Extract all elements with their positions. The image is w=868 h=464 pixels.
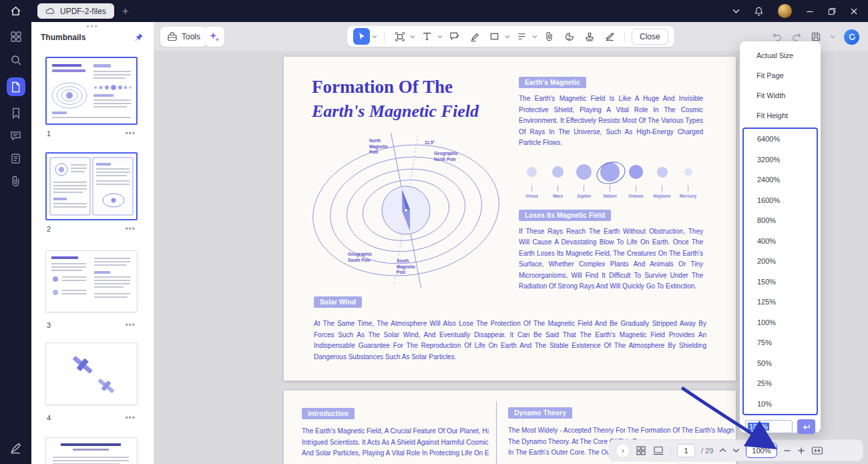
thumbnail-1-more-button[interactable]: ••• (125, 129, 138, 138)
zoom-level-100[interactable]: 100% (744, 312, 817, 333)
undo-icon[interactable] (772, 31, 783, 42)
new-tab-button[interactable]: + (122, 5, 129, 17)
next-page-chevron-down-icon[interactable] (732, 448, 740, 453)
shape-tool-button[interactable] (486, 28, 503, 45)
planets-row: Venus Mars Jupiter Saturn Uranus Neptune… (519, 160, 703, 198)
minimize-button[interactable] (806, 7, 814, 15)
planet-circle (629, 165, 643, 179)
planet-label: Venus (525, 194, 538, 198)
close-toolbar-button[interactable]: Close (632, 29, 668, 45)
zoom-level-75[interactable]: 75% (744, 332, 817, 353)
pin-panel-icon[interactable] (134, 33, 144, 42)
zoom-option-fit-page[interactable]: Fit Page (740, 65, 821, 85)
slideshow-icon[interactable] (652, 446, 664, 455)
comments-icon[interactable] (10, 130, 21, 142)
label-north-magnetic-pole: North Magnetic Pole (369, 138, 397, 156)
stamp-tool-button[interactable] (581, 28, 598, 45)
collapse-statusbar-button[interactable]: › (616, 444, 630, 457)
select-tool-button[interactable] (353, 28, 370, 45)
thumbnail-preview-5 (46, 438, 136, 464)
zoom-level-150[interactable]: 150% (744, 272, 817, 292)
comment-tool-button[interactable] (446, 28, 463, 45)
sticker-tool-button[interactable] (561, 28, 578, 45)
frame-tool-chevron-icon[interactable] (410, 35, 415, 39)
thumbnail-2-number: 2 (45, 225, 51, 233)
thumbnail-4-more-button[interactable]: ••• (125, 413, 138, 423)
thumbnails-panel-icon[interactable] (7, 77, 25, 96)
cloud-icon (45, 7, 55, 15)
zoom-apply-button[interactable] (797, 419, 815, 434)
document-tab[interactable]: UPDF-2-files (37, 3, 114, 19)
planet-label: Mercury (680, 194, 696, 198)
bookmarks-icon[interactable] (11, 107, 21, 119)
zoom-level-25[interactable]: 25% (744, 373, 817, 394)
thumbnail-3-number: 3 (45, 321, 51, 329)
markup-tool-button[interactable] (513, 28, 530, 45)
zoom-out-minus-icon[interactable] (783, 447, 791, 455)
titlebar: UPDF-2-files + (0, 0, 868, 22)
paragraph-loses-magnetic-field: If These Rays Reach The Earth Without Ob… (519, 226, 703, 292)
tools-menu-button[interactable]: Tools (160, 27, 207, 47)
pdf-page-1[interactable]: Formation Of The Earth's Magnetic Field (284, 57, 736, 381)
thumbnail-page-2[interactable] (45, 152, 138, 220)
zoom-option-actual-size[interactable]: Actual Size (740, 45, 821, 65)
home-icon[interactable] (0, 5, 31, 17)
shape-tool-chevron-icon[interactable] (505, 35, 510, 39)
ink-signature-icon[interactable] (9, 442, 22, 455)
highlighter-tool-button[interactable] (466, 28, 483, 45)
previous-page-chevron-up-icon[interactable] (719, 448, 726, 453)
thumbnail-page-5[interactable] (45, 437, 138, 464)
zoom-level-6400[interactable]: 6400% (744, 129, 817, 150)
zoom-level-50[interactable]: 50% (744, 353, 817, 374)
page-thumbnails-view-icon[interactable] (636, 445, 646, 456)
paragraph-solar-wind: At The Same Time, The Atmosphere Will Al… (314, 318, 706, 363)
text-tool-button[interactable] (419, 28, 435, 45)
save-chevron-icon[interactable] (830, 35, 835, 39)
zoom-level-10[interactable]: 10% (744, 394, 817, 415)
zoom-custom-input[interactable]: 100% (745, 420, 793, 433)
markup-tool-chevron-icon[interactable] (532, 35, 537, 39)
zoom-option-fit-width[interactable]: Fit Width (740, 85, 821, 105)
save-icon[interactable] (811, 31, 821, 42)
text-tool-chevron-icon[interactable] (437, 35, 443, 39)
attachment-tool-button[interactable] (541, 28, 558, 45)
titlebar-chevron-down-icon[interactable] (732, 9, 740, 13)
panel-handle-icon[interactable]: ••• (31, 22, 154, 31)
zoom-level-400[interactable]: 400% (744, 231, 817, 252)
notifications-bell-icon[interactable] (754, 6, 764, 17)
left-sidebar-rail (0, 22, 31, 464)
apps-grid-icon[interactable] (10, 31, 22, 43)
zoom-level-800[interactable]: 800% (744, 210, 817, 231)
zoom-level-125[interactable]: 125% (744, 292, 817, 312)
signature-tool-button[interactable] (601, 28, 618, 45)
ai-assistant-icon[interactable] (844, 29, 859, 45)
redo-icon[interactable] (791, 31, 802, 42)
user-avatar[interactable] (778, 4, 792, 18)
label-south-magnetic-pole: South Magnetic Pole (397, 258, 425, 276)
select-tool-chevron-icon[interactable] (372, 35, 377, 39)
annotation-toolbar: Close (347, 26, 674, 47)
attachments-icon[interactable] (11, 176, 21, 187)
thumbnail-page-4[interactable] (45, 342, 138, 405)
panel-title: Thumbnails (41, 33, 85, 42)
zoom-level-200[interactable]: 200% (744, 251, 817, 272)
zoom-level-button[interactable]: 100% (746, 443, 777, 458)
maximize-button[interactable] (828, 7, 836, 15)
close-window-button[interactable] (850, 7, 858, 15)
thumbnail-page-3[interactable] (45, 250, 138, 312)
reader-pages-icon[interactable] (11, 153, 21, 164)
ai-sparkle-button[interactable] (204, 27, 224, 47)
square-icon (489, 31, 499, 41)
zoom-option-fit-height[interactable]: Fit Height (740, 105, 821, 126)
zoom-in-plus-icon[interactable] (797, 447, 805, 455)
fit-width-icon[interactable] (811, 446, 823, 455)
thumbnail-2-more-button[interactable]: ••• (125, 224, 138, 234)
thumbnail-3-more-button[interactable]: ••• (125, 320, 138, 330)
zoom-level-2400[interactable]: 2400% (744, 170, 817, 190)
frame-tool-button[interactable] (391, 28, 408, 45)
search-icon[interactable] (10, 54, 22, 66)
zoom-level-1600[interactable]: 1600% (744, 190, 817, 211)
thumbnail-page-1[interactable] (45, 57, 138, 125)
page-number-input[interactable]: 1 (677, 444, 695, 457)
zoom-level-3200[interactable]: 3200% (744, 150, 817, 170)
